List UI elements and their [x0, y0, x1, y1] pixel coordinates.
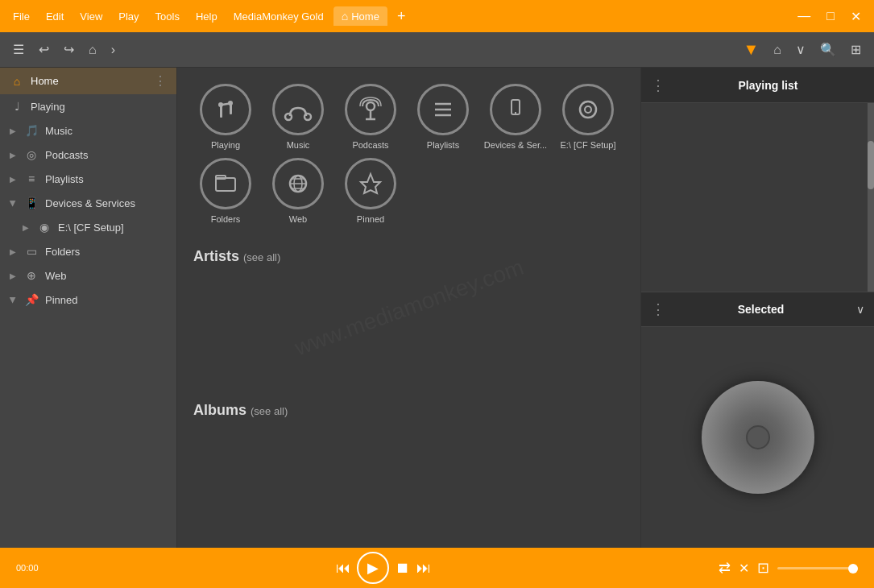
bottombar: 00:00 ⏮ ▶ ⏹ ⏭ ⇄ ✕ ⊡: [0, 548, 874, 588]
search-button[interactable]: 🔍: [814, 39, 843, 60]
layout-button[interactable]: ⊞: [844, 39, 868, 60]
sidebar: ⌂ Home ⋮ ♩ Playing ▶ 🎵 Music ▶ ◎ Podcast…: [0, 68, 177, 548]
playing-circle-icon: [200, 84, 251, 135]
grid-devices[interactable]: Devices & Ser...: [483, 84, 548, 150]
arrow-icon: ▶: [10, 126, 16, 135]
grid-pinned[interactable]: Pinned: [338, 158, 403, 224]
grid-folders-label: Folders: [211, 214, 241, 224]
add-tab-button[interactable]: +: [391, 8, 412, 25]
home-icon-grid: Playing Music: [193, 84, 624, 224]
filter-icon[interactable]: ▼: [737, 37, 766, 62]
device-icon: 📱: [24, 197, 39, 209]
scroll-track[interactable]: [868, 103, 874, 292]
grid-podcasts[interactable]: Podcasts: [338, 84, 403, 150]
artists-see-all[interactable]: (see all): [243, 251, 280, 263]
home-button[interactable]: ⌂: [82, 39, 103, 60]
sidebar-item-dots[interactable]: ⋮: [154, 73, 167, 89]
cast-button[interactable]: ⊡: [757, 559, 769, 577]
sidebar-item-cfsetup[interactable]: ▶ ◉ E:\ [CF Setup]: [0, 215, 176, 239]
svg-point-6: [367, 102, 375, 110]
playing-list-header: ⋮ Playing list: [641, 68, 874, 103]
close-button[interactable]: ✕: [844, 6, 868, 27]
undo-button[interactable]: ↩: [32, 39, 56, 60]
sidebar-item-label: Pinned: [45, 294, 167, 306]
selected-chevron-icon[interactable]: ∨: [856, 303, 864, 316]
sidebar-item-web[interactable]: ▶ ⊕ Web: [0, 263, 176, 288]
note-icon: ♩: [10, 100, 24, 113]
grid-web[interactable]: Web: [266, 158, 330, 224]
content-area: www.mediamonkey.com Playing: [177, 68, 640, 548]
home-icon: ⌂: [10, 75, 24, 88]
right-panel: ⋮ Playing list ⋮ Selected ∨: [640, 68, 874, 548]
sidebar-item-label: Web: [45, 270, 167, 282]
sidebar-item-label: Playlists: [45, 173, 167, 185]
playlist-icon: ≡: [24, 172, 39, 185]
menu-tools[interactable]: Tools: [149, 7, 186, 26]
grid-cfsetup[interactable]: E:\ [CF Setup]: [556, 84, 620, 150]
sidebar-item-playing[interactable]: ♩ Playing: [0, 94, 176, 118]
playing-list-body: [641, 103, 874, 292]
sidebar-item-devices[interactable]: ▶ 📱 Devices & Services: [0, 191, 176, 215]
forward-button[interactable]: ›: [105, 39, 122, 60]
svg-rect-2: [220, 105, 222, 118]
sidebar-item-podcasts[interactable]: ▶ ◎ Podcasts: [0, 143, 176, 167]
grid-devices-label: Devices & Ser...: [484, 140, 547, 150]
grid-folders[interactable]: Folders: [193, 158, 258, 224]
hamburger-icon[interactable]: ☰: [6, 39, 31, 60]
grid-playing[interactable]: Playing: [193, 84, 258, 150]
playing-list-dots[interactable]: ⋮: [651, 77, 665, 94]
play-button[interactable]: ▶: [357, 552, 389, 584]
menu-view[interactable]: View: [73, 7, 109, 26]
extra-controls: ⇄ ✕ ⊡: [719, 559, 858, 577]
podcast-icon: ◎: [24, 148, 39, 161]
home-tab[interactable]: ⌂ Home: [333, 6, 387, 26]
disc-icon: ◉: [37, 221, 52, 234]
expanded-arrow-icon: ▶: [9, 296, 18, 303]
artists-content-area: [193, 273, 624, 394]
svg-point-5: [304, 114, 311, 120]
grid-pinned-label: Pinned: [357, 214, 384, 224]
albums-section-header: Albums (see all): [193, 402, 624, 419]
svg-rect-16: [216, 178, 235, 191]
disc-area: [641, 327, 874, 548]
music-icon: 🎵: [24, 124, 39, 137]
prev-button[interactable]: ⏮: [336, 560, 350, 577]
music-circle-icon: [272, 84, 324, 135]
restore-button[interactable]: □: [820, 6, 841, 27]
playlists-circle-icon: [417, 84, 469, 135]
stop-button[interactable]: ⏹: [396, 560, 410, 577]
menu-file[interactable]: File: [6, 7, 36, 26]
menu-help[interactable]: Help: [189, 7, 224, 26]
repeat-button[interactable]: ⇄: [719, 559, 731, 577]
shuffle-button[interactable]: ✕: [739, 561, 749, 576]
grid-music[interactable]: Music: [266, 84, 330, 150]
sidebar-item-music[interactable]: ▶ 🎵 Music: [0, 118, 176, 143]
selected-dots[interactable]: ⋮: [651, 300, 665, 318]
dropdown-icon[interactable]: ∨: [789, 39, 812, 60]
home-icon[interactable]: ⌂: [767, 39, 788, 60]
albums-see-all[interactable]: (see all): [251, 405, 288, 417]
expanded-arrow-icon: ▶: [9, 200, 18, 206]
main-layout: ⌂ Home ⋮ ♩ Playing ▶ 🎵 Music ▶ ◎ Podcast…: [0, 68, 874, 548]
time-display: 00:00: [16, 563, 48, 573]
home-tab-label: Home: [351, 10, 379, 23]
scroll-thumb[interactable]: [868, 141, 874, 189]
sidebar-item-label: Home: [31, 75, 147, 87]
sidebar-item-folders[interactable]: ▶ ▭ Folders: [0, 239, 176, 263]
disc-visual: [702, 381, 814, 494]
minimize-button[interactable]: —: [791, 6, 817, 27]
artists-label: Artists: [193, 248, 239, 264]
sidebar-item-pinned[interactable]: ▶ 📌 Pinned: [0, 288, 176, 312]
sidebar-item-label: E:\ [CF Setup]: [58, 222, 167, 234]
sidebar-item-home[interactable]: ⌂ Home ⋮: [0, 68, 176, 94]
devices-circle-icon: [490, 84, 541, 135]
sidebar-item-label: Podcasts: [45, 149, 167, 161]
arrow-icon: ▶: [23, 223, 29, 232]
next-button[interactable]: ⏭: [416, 560, 431, 577]
redo-button[interactable]: ↪: [57, 39, 81, 60]
menu-edit[interactable]: Edit: [39, 7, 70, 26]
menu-play[interactable]: Play: [112, 7, 145, 26]
grid-playlists[interactable]: Playlists: [411, 84, 475, 150]
volume-slider[interactable]: [777, 567, 858, 569]
sidebar-item-playlists[interactable]: ▶ ≡ Playlists: [0, 167, 176, 191]
